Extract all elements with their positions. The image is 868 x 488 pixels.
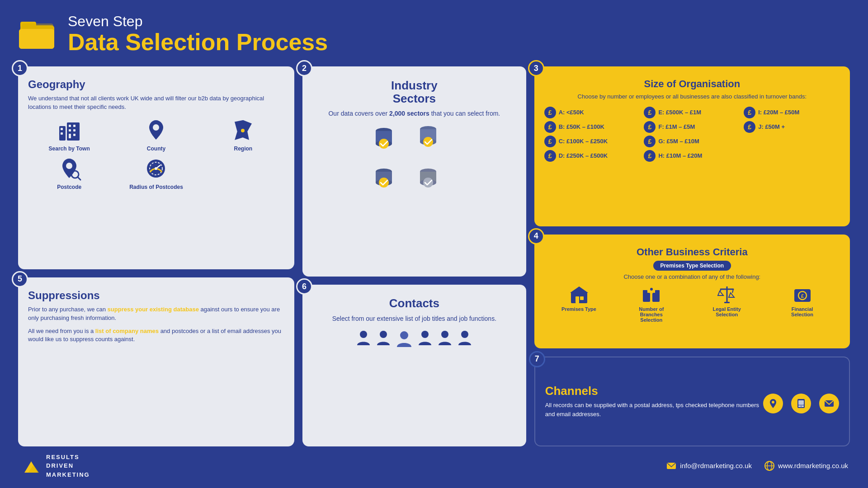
step5-highlight1: suppress your existing database: [108, 306, 199, 313]
db-icons-2: [374, 167, 454, 199]
pound-icon-b: £: [544, 121, 556, 133]
svg-point-44: [400, 331, 408, 339]
band-e: £ E: £500K – £1M: [644, 107, 740, 118]
db-icons: [374, 125, 454, 161]
county-label: County: [147, 145, 165, 152]
channel-email-icon: [819, 394, 839, 413]
step7-card: 7 Channels All records can be supplied w…: [534, 357, 850, 446]
footer-logo: RESULTSDRIVENMARKETING: [20, 453, 90, 479]
step7-body: All records can be supplied with a posta…: [545, 401, 763, 418]
svg-marker-49: [570, 286, 588, 293]
svg-rect-67: [798, 400, 804, 405]
svg-point-45: [421, 331, 429, 338]
premises-icon: [569, 285, 589, 305]
step5-card: 5 Suppressions Prior to any purchase, we…: [18, 277, 294, 446]
step2-card: 2 IndustrySectors Our data covers over 2…: [302, 66, 526, 277]
criteria-pill: Premises Type Selection: [653, 261, 731, 271]
channel-phone-icon: [791, 394, 811, 413]
financial-icon: £: [793, 285, 812, 305]
pound-icon-g: £: [644, 136, 656, 147]
svg-point-65: [772, 401, 774, 404]
main-container: Seven Step Data Selection Process 1 Geog…: [0, 0, 868, 488]
svg-rect-50: [576, 296, 579, 303]
svg-rect-55: [655, 290, 660, 294]
footer-web-item: www.rdmarketing.co.uk: [764, 461, 848, 471]
step3-subtitle: Choose by number or employees or all bus…: [544, 93, 840, 101]
town-label: Search by Town: [49, 145, 90, 152]
svg-point-69: [801, 406, 802, 407]
financial-label: Financial Selection: [782, 306, 823, 317]
step1-title: Geography: [28, 78, 284, 91]
criteria-financial: £ Financial Selection: [782, 285, 823, 323]
pound-icon-i: £: [744, 107, 755, 118]
step7-badge: 7: [529, 351, 545, 367]
postcode-icon: [57, 156, 82, 181]
svg-rect-53: [643, 290, 647, 294]
pound-icon-j: £: [744, 121, 755, 133]
svg-point-56: [650, 288, 653, 291]
svg-rect-6: [19, 29, 54, 49]
footer-contact: info@rdmarketing.co.uk www.rdmarketing.c…: [666, 461, 848, 471]
footer-website: www.rdmarketing.co.uk: [778, 462, 848, 469]
footer-email-item: info@rdmarketing.co.uk: [666, 461, 752, 471]
svg-text:£: £: [801, 293, 803, 298]
pound-icon-h: £: [644, 150, 656, 162]
region-icon: [231, 118, 255, 143]
geo-item-region: Region: [202, 118, 284, 152]
geo-item-town: Search by Town: [28, 118, 110, 152]
svg-rect-54: [652, 293, 660, 302]
band-c: £ C: £100K – £250K: [544, 136, 641, 147]
step6-card: 6 Contacts Select from our extensive lis…: [302, 285, 526, 446]
step2-body: Our data covers over 2,000 sectors that …: [328, 109, 500, 118]
person-icon-5: [457, 330, 473, 346]
channels-left: Channels All records can be supplied wit…: [545, 384, 763, 418]
svg-rect-10: [61, 132, 63, 135]
step3-badge: 3: [528, 60, 544, 76]
footer: RESULTSDRIVENMARKETING info@rdmarketing.…: [18, 453, 850, 479]
step2-title-area: IndustrySectors Our data covers over 2,0…: [328, 79, 500, 118]
svg-line-21: [78, 177, 80, 180]
step5-title: Suppressions: [28, 289, 284, 302]
channel-icons: [763, 394, 839, 413]
header-text: Seven Step Data Selection Process: [68, 14, 328, 55]
band-h: £ H: £10M – £20M: [644, 150, 740, 162]
criteria-legal: Legal Entity Selection: [707, 285, 747, 323]
svg-rect-13: [69, 129, 71, 131]
step3-title: Size of Organisation: [544, 78, 840, 90]
step4-subtitle: Choose one or a combination of any of th…: [544, 273, 840, 280]
pound-icon-c: £: [544, 136, 556, 147]
step3-card: 3 Size of Organisation Choose by number …: [534, 66, 850, 226]
svg-rect-51: [580, 296, 584, 300]
svg-rect-12: [73, 125, 75, 127]
band-a: £ A: <£50K: [544, 107, 641, 118]
contacts-people: [355, 330, 473, 348]
step5-highlight2: list of company names: [95, 328, 159, 334]
svg-rect-9: [61, 128, 63, 130]
criteria-branches: Number of Branches Selection: [631, 285, 672, 323]
town-icon: [57, 118, 82, 143]
radius-label: Radius of Postcodes: [129, 184, 183, 190]
globe-icon: [764, 461, 774, 471]
band-i: £ I: £20M – £50M: [744, 107, 840, 118]
branches-icon: [642, 285, 661, 305]
svg-rect-14: [73, 129, 75, 131]
pound-icon-a: £: [544, 107, 556, 118]
band-j: £ J: £50M +: [744, 121, 840, 133]
svg-point-42: [360, 331, 367, 338]
step4-items: Premises Type: [544, 285, 840, 323]
branches-label: Number of Branches Selection: [631, 306, 672, 323]
step1-card: 1 Geography We understand that not all c…: [18, 66, 294, 269]
step5-badge: 5: [12, 271, 28, 287]
premises-label: Premises Type: [561, 306, 596, 312]
person-icon-2: [375, 330, 392, 346]
header-subtitle: Seven Step: [68, 14, 328, 29]
pound-icon-e: £: [644, 107, 656, 118]
svg-rect-15: [69, 134, 71, 138]
svg-point-46: [441, 331, 448, 338]
svg-rect-61: [724, 302, 730, 303]
step1-body: We understand that not all clients work …: [28, 94, 284, 112]
email-icon: [666, 461, 676, 471]
step6-title: Contacts: [389, 296, 439, 310]
person-icon-1: [355, 330, 372, 346]
step4-title: Other Business Criteria: [544, 246, 840, 258]
